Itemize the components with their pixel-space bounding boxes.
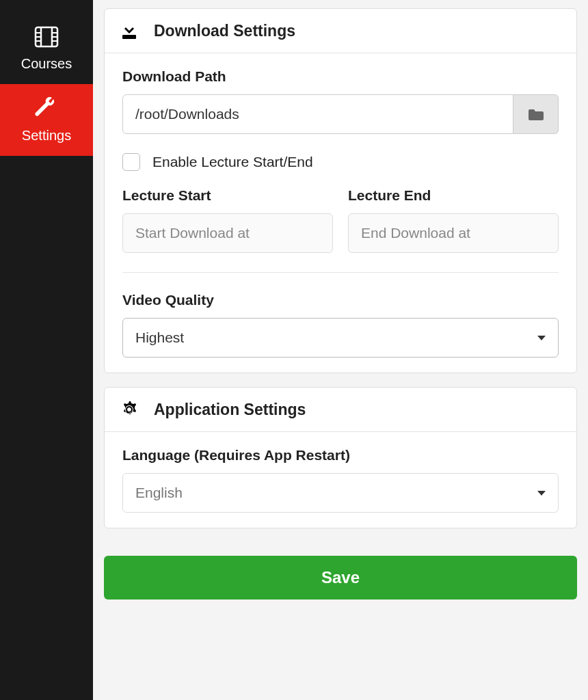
download-icon xyxy=(120,21,139,40)
download-settings-panel: Download Settings Download Path Enable L… xyxy=(104,8,577,373)
lecture-start-label: Lecture Start xyxy=(122,187,333,204)
lecture-end-input[interactable] xyxy=(348,213,559,253)
application-settings-panel: Application Settings Language (Requires … xyxy=(104,387,577,528)
film-icon xyxy=(33,25,60,49)
sidebar-item-settings[interactable]: Settings xyxy=(0,84,93,156)
svg-rect-9 xyxy=(122,35,136,39)
panel-header: Application Settings xyxy=(105,388,576,432)
sidebar: Courses Settings xyxy=(0,0,93,700)
sidebar-item-label: Settings xyxy=(22,128,71,144)
save-button[interactable]: Save xyxy=(104,556,577,600)
gear-icon xyxy=(120,400,139,419)
chevron-down-icon xyxy=(537,336,546,340)
language-select[interactable]: English xyxy=(122,473,559,513)
wrench-icon xyxy=(33,96,60,121)
divider xyxy=(122,272,559,273)
language-label: Language (Requires App Restart) xyxy=(122,447,559,463)
video-quality-select[interactable]: Highest xyxy=(122,318,559,358)
application-settings-title: Application Settings xyxy=(154,401,306,419)
download-path-input[interactable] xyxy=(122,94,513,134)
language-value: English xyxy=(135,485,183,501)
lecture-end-label: Lecture End xyxy=(348,187,559,204)
enable-lecture-start-end-checkbox[interactable] xyxy=(122,153,140,171)
download-path-label: Download Path xyxy=(122,68,559,85)
sidebar-item-courses[interactable]: Courses xyxy=(0,12,93,84)
download-settings-title: Download Settings xyxy=(154,22,295,40)
video-quality-label: Video Quality xyxy=(122,292,559,308)
sidebar-item-label: Courses xyxy=(21,56,72,72)
folder-icon xyxy=(529,108,544,120)
chevron-down-icon xyxy=(537,491,546,496)
video-quality-value: Highest xyxy=(135,329,184,346)
panel-header: Download Settings xyxy=(105,9,576,53)
lecture-start-input[interactable] xyxy=(122,213,333,253)
main-content: Download Settings Download Path Enable L… xyxy=(93,0,588,700)
enable-lecture-start-end-label: Enable Lecture Start/End xyxy=(152,154,313,170)
browse-folder-button[interactable] xyxy=(513,94,559,134)
